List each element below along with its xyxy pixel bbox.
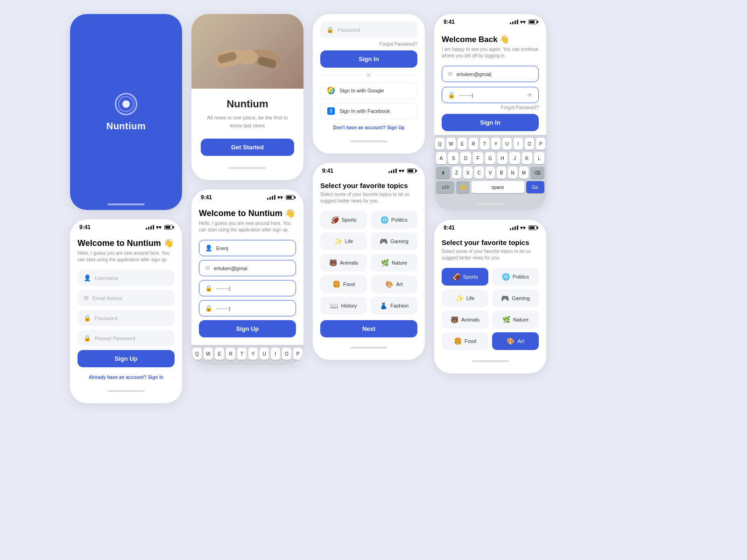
topic-food[interactable]: 🍔 Food	[320, 275, 367, 293]
topic-sports[interactable]: 🏈 Sports	[320, 211, 367, 229]
t2-gaming[interactable]: 🎮 Gaming	[492, 289, 539, 307]
wifi-icon-2: ▾▾	[277, 195, 283, 201]
t2-food[interactable]: 🍔 Food	[442, 332, 488, 350]
key-h-wb[interactable]: H	[497, 152, 507, 164]
key-d-wb[interactable]: D	[460, 152, 471, 164]
wb-signin-button[interactable]: Sign In	[442, 114, 539, 131]
key-v-wb[interactable]: V	[486, 167, 495, 179]
signup-title: Welcome to Nuntium 👋	[78, 238, 175, 248]
key-w-wb[interactable]: W	[446, 138, 456, 150]
t2-politics[interactable]: 🌐 Politics	[492, 268, 539, 286]
key-x-wb[interactable]: X	[463, 167, 472, 179]
email-field[interactable]: ✉ Email Adress	[78, 290, 175, 306]
key-e-wb[interactable]: E	[458, 138, 467, 150]
key-b-wb[interactable]: B	[497, 167, 506, 179]
nums-key-wb[interactable]: 123	[436, 181, 454, 193]
topics-next-button[interactable]: Next	[320, 320, 417, 337]
t2-nature[interactable]: 🌿 Nature	[492, 311, 539, 329]
signup2-button[interactable]: Sign Up	[199, 320, 296, 337]
shift-key-wb[interactable]: ⬆	[436, 167, 450, 179]
t2-life[interactable]: ✨ Life	[442, 289, 488, 307]
signin-link[interactable]: Sign In	[148, 375, 163, 380]
handshake-svg	[215, 33, 280, 70]
signup2-password-field[interactable]: 🔒 ·········|	[199, 280, 296, 296]
topic-art[interactable]: 🎨 Art	[371, 275, 417, 293]
topic-animals[interactable]: 🐻 Animals	[320, 254, 367, 272]
key-j-wb[interactable]: J	[509, 152, 520, 164]
key-c-wb[interactable]: C	[474, 167, 484, 179]
status-bar-wb: 9:41 ▾▾	[434, 14, 546, 27]
forgot-password-link[interactable]: Forgot Password?	[320, 42, 417, 47]
key-f-wb[interactable]: F	[473, 152, 483, 164]
topic-life[interactable]: ✨ Life	[320, 232, 367, 250]
t2-sports[interactable]: 🏈 Sports	[442, 268, 488, 286]
key-y-wb[interactable]: Y	[491, 138, 500, 150]
key-t[interactable]: T	[237, 348, 247, 360]
signup2-username-field[interactable]: 👤 Eren|	[199, 240, 296, 256]
topic-politics[interactable]: 🌐 Politics	[371, 211, 417, 229]
topics-title: Select your favorite topics	[320, 182, 417, 189]
key-i[interactable]: I	[271, 348, 280, 360]
topic-fashion[interactable]: 👗 Fashion	[371, 297, 417, 315]
key-s-wb[interactable]: S	[448, 152, 458, 164]
key-y[interactable]: Y	[248, 348, 258, 360]
space-key-wb[interactable]: space	[472, 181, 524, 193]
key-q[interactable]: Q	[192, 348, 202, 360]
fashion-icon: 👗	[380, 302, 388, 309]
email-icon-wb: ✉	[448, 70, 453, 77]
signup-nav-link[interactable]: Sign Up	[387, 125, 405, 130]
key-p-wb[interactable]: P	[536, 138, 545, 150]
key-t-wb[interactable]: T	[480, 138, 489, 150]
key-u[interactable]: U	[260, 348, 269, 360]
key-p[interactable]: P	[293, 348, 303, 360]
t2-art[interactable]: 🎨 Art	[492, 332, 539, 350]
signup-button[interactable]: Sign Up	[78, 350, 175, 367]
sports-icon: 🏈	[331, 216, 339, 224]
key-e[interactable]: E	[215, 348, 224, 360]
username-field[interactable]: 👤 Username	[78, 270, 175, 286]
key-n-wb[interactable]: N	[508, 167, 517, 179]
wb-forgot-link[interactable]: Forgot Password?	[442, 105, 539, 110]
key-i-wb[interactable]: I	[514, 138, 523, 150]
key-u-wb[interactable]: U	[502, 138, 512, 150]
wb-email-field[interactable]: ✉ ertuken@gmai|	[442, 66, 539, 82]
facebook-signin-button[interactable]: f Sign In with Facebook	[320, 103, 417, 119]
key-l-wb[interactable]: L	[534, 152, 544, 164]
emoji-key-wb[interactable]: 🙂	[456, 181, 469, 193]
key-a-wb[interactable]: A	[436, 152, 446, 164]
splash-logo-icon	[115, 93, 137, 115]
key-k-wb[interactable]: K	[522, 152, 532, 164]
t2-life-label: Life	[466, 295, 475, 301]
nature-icon: 🌿	[381, 259, 389, 266]
signup2-repeat-field[interactable]: 🔒 ·········|	[199, 300, 296, 316]
signup2-email-field[interactable]: ✉ ertuken@gmai	[199, 260, 296, 276]
key-m-wb[interactable]: M	[519, 167, 529, 179]
topic-nature[interactable]: 🌿 Nature	[371, 254, 417, 272]
key-q-wb[interactable]: Q	[435, 138, 444, 150]
signin-password-field[interactable]: 🔒 Password	[320, 21, 417, 38]
key-g-wb[interactable]: G	[485, 152, 495, 164]
signin-password-placeholder: Password	[338, 27, 360, 33]
t2-nature-icon: 🌿	[502, 316, 510, 323]
topic-history[interactable]: 📖 History	[320, 297, 367, 315]
home-bar-3	[320, 136, 417, 144]
repeat-password-field[interactable]: 🔒 Repeat Password	[78, 330, 175, 346]
get-started-button[interactable]: Get Started	[201, 139, 294, 156]
t2-animals[interactable]: 🐻 Animals	[442, 311, 488, 329]
wb-password-field[interactable]: 🔒 ·········| 👁	[442, 87, 539, 103]
delete-key-wb[interactable]: ⌫	[530, 167, 544, 179]
key-r[interactable]: R	[226, 348, 235, 360]
signin-button[interactable]: Sign In	[320, 50, 417, 68]
topic-gaming[interactable]: 🎮 Gaming	[371, 232, 417, 250]
key-r-wb[interactable]: R	[469, 138, 478, 150]
google-label: Sign In with Google	[339, 88, 384, 93]
google-signin-button[interactable]: G Sign In with Google	[320, 82, 417, 99]
key-o[interactable]: O	[282, 348, 291, 360]
key-z-wb[interactable]: Z	[452, 167, 461, 179]
go-key-wb[interactable]: Go	[526, 181, 544, 193]
eye-icon[interactable]: 👁	[527, 92, 533, 98]
key-w[interactable]: W	[204, 348, 213, 360]
sports-label: Sports	[342, 217, 357, 223]
password-field[interactable]: 🔒 Password	[78, 310, 175, 326]
key-o-wb[interactable]: O	[525, 138, 534, 150]
